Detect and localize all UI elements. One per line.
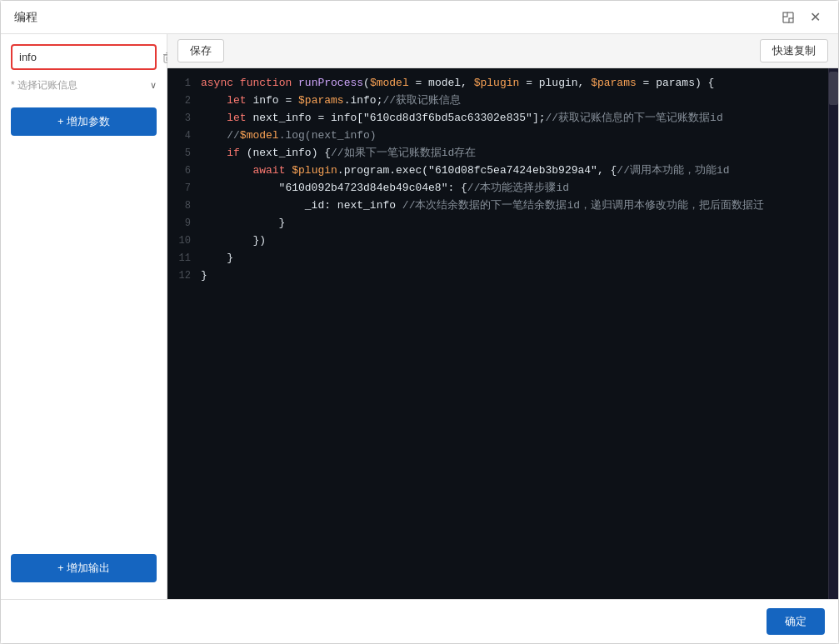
- quick-copy-button[interactable]: 快速复制: [760, 39, 828, 62]
- code-line: 2 let info = $params.info;//获取记账信息: [167, 92, 828, 110]
- code-line: 7 "610d092b4723d84eb49c04e8": {//本功能选择步骤…: [167, 180, 828, 197]
- line-content: "610d092b4723d84eb49c04e8": {//本功能选择步骤id: [201, 180, 828, 197]
- line-number: 6: [167, 162, 201, 179]
- code-line: 8 _id: next_info //本次结余数据的下一笔结余数据id，递归调用…: [167, 197, 828, 215]
- dialog-title: 编程: [14, 10, 37, 25]
- line-content: }: [201, 250, 828, 267]
- line-number: 8: [167, 197, 201, 214]
- code-line: 1async function runProcess($model = mode…: [167, 75, 828, 92]
- code-area-wrapper: 1async function runProcess($model = mode…: [167, 68, 838, 599]
- code-line: 5 if (next_info) {//如果下一笔记账数据id存在: [167, 145, 828, 162]
- add-param-button[interactable]: + 增加参数: [11, 107, 157, 136]
- line-content: let next_info = info["610cd8d3f6bd5ac633…: [201, 110, 828, 127]
- line-number: 3: [167, 110, 201, 127]
- minimap: [828, 68, 838, 599]
- param-select-row[interactable]: * 选择记账信息 ∨: [11, 77, 157, 94]
- line-number: 11: [167, 250, 201, 267]
- save-button[interactable]: 保存: [177, 39, 224, 62]
- line-number: 12: [167, 267, 201, 284]
- line-content: }: [201, 215, 828, 232]
- svg-rect-0: [783, 12, 787, 17]
- expand-button[interactable]: [778, 7, 798, 27]
- code-line: 6 await $plugin.program.exec("610d08fc5e…: [167, 162, 828, 180]
- line-content: let info = $params.info;//获取记账信息: [201, 92, 828, 110]
- editor-toolbar: 保存 快速复制: [167, 34, 838, 68]
- confirm-button[interactable]: 确定: [767, 608, 825, 635]
- line-content: await $plugin.program.exec("610d08fc5ea7…: [201, 162, 828, 180]
- line-content: }: [201, 267, 828, 285]
- dialog-body: * 选择记账信息 ∨ + 增加参数 + 增加输出 保存 快速复制 1async …: [1, 34, 838, 599]
- line-number: 10: [167, 232, 201, 249]
- line-content: _id: next_info //本次结余数据的下一笔结余数据id，递归调用本修…: [201, 197, 828, 215]
- line-number: 4: [167, 127, 201, 144]
- dialog: 编程 ✕: [0, 0, 839, 644]
- line-number: 7: [167, 180, 201, 197]
- code-line: 4 //$model.log(next_info): [167, 127, 828, 145]
- close-button[interactable]: ✕: [805, 7, 825, 27]
- line-number: 9: [167, 215, 201, 232]
- line-content: if (next_info) {//如果下一笔记账数据id存在: [201, 145, 828, 162]
- line-content: //$model.log(next_info): [201, 127, 828, 145]
- line-number: 2: [167, 92, 201, 109]
- code-line: 12}: [167, 267, 828, 285]
- param-select-label: * 选择记账信息: [11, 78, 77, 92]
- right-panel: 保存 快速复制 1async function runProcess($mode…: [167, 34, 838, 599]
- code-line: 9 }: [167, 215, 828, 232]
- minimap-scroll-indicator: [829, 72, 838, 105]
- line-number: 1: [167, 75, 201, 92]
- code-line: 10 }): [167, 232, 828, 250]
- code-line: 3 let next_info = info["610cd8d3f6bd5ac6…: [167, 110, 828, 127]
- title-buttons: ✕: [778, 7, 825, 27]
- line-number: 5: [167, 145, 201, 162]
- code-line: 11 }: [167, 250, 828, 267]
- line-content: }): [201, 232, 828, 250]
- chevron-down-icon: ∨: [150, 80, 157, 91]
- dialog-footer: 确定: [1, 599, 838, 643]
- param-item: [11, 44, 157, 70]
- code-editor[interactable]: 1async function runProcess($model = mode…: [167, 68, 828, 599]
- left-panel: * 选择记账信息 ∨ + 增加参数 + 增加输出: [1, 34, 167, 599]
- title-bar: 编程 ✕: [1, 1, 838, 34]
- line-content: async function runProcess($model = model…: [201, 75, 828, 92]
- add-output-button[interactable]: + 增加输出: [11, 554, 157, 582]
- param-input[interactable]: [19, 51, 159, 63]
- svg-rect-1: [789, 18, 793, 22]
